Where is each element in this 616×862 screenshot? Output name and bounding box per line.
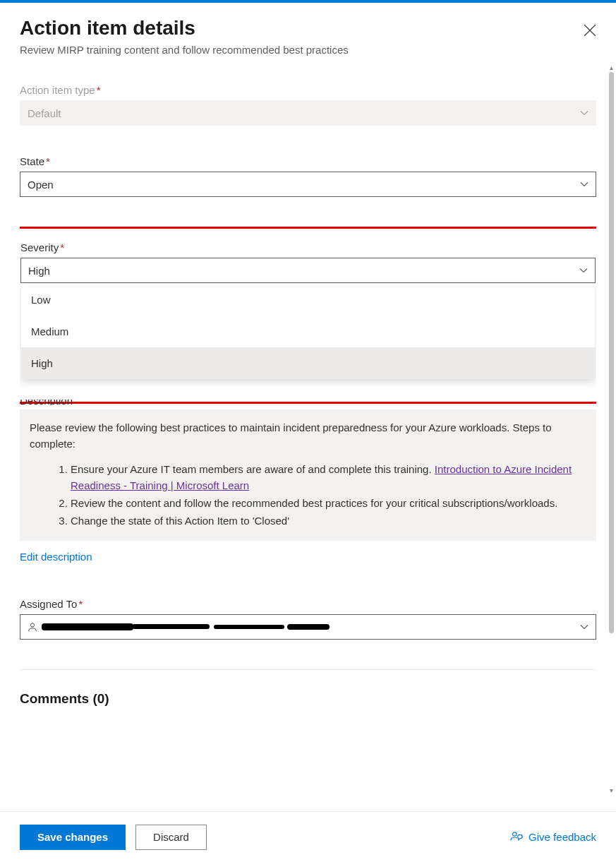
action-item-type-dropdown: Default [20,100,596,126]
svg-point-3 [513,832,517,835]
assigned-to-redacted-value [42,623,330,630]
edit-description-link[interactable]: Edit description [20,551,92,563]
chevron-down-icon [579,266,588,275]
severity-options-list: Low Medium High [21,284,595,379]
person-icon [28,622,37,632]
action-item-type-label: Action item type* [20,84,596,96]
page-subtitle: Review MIRP training content and follow … [20,44,596,56]
state-label: State* [20,155,596,167]
severity-option-high[interactable]: High [21,347,595,379]
close-icon [584,24,596,37]
chevron-down-icon [580,109,588,117]
scrollbar[interactable]: ▴ ▾ [606,3,616,862]
description-content: Please review the following best practic… [20,409,596,541]
close-button[interactable] [584,24,596,37]
page-title: Action item details [20,17,195,40]
description-label-partial: Description [20,400,596,405]
severity-option-low[interactable]: Low [21,284,595,316]
description-step-3: Change the state of this Action Item to … [71,513,586,529]
content-area: Action item details Review MIRP training… [0,3,616,862]
description-step-2: Review the content and follow the recomm… [71,495,586,511]
action-item-type-value: Default [28,107,61,119]
svg-point-2 [30,623,34,626]
severity-dropdown[interactable]: High Low Medium High [20,258,596,283]
save-changes-button[interactable]: Save changes [20,825,126,850]
assigned-to-dropdown[interactable] [20,614,596,640]
state-value: Open [28,179,54,191]
scrollbar-thumb[interactable] [609,72,614,633]
comments-heading: Comments (0) [20,691,596,707]
give-feedback-link[interactable]: Give feedback [510,831,596,844]
severity-value: High [28,265,50,277]
discard-button[interactable]: Discard [135,825,207,850]
scrollbar-arrow-up-icon[interactable]: ▴ [608,64,615,71]
severity-label: Severity* [20,241,596,253]
severity-option-medium[interactable]: Medium [21,316,595,347]
severity-highlight-region: Severity* High Low Medium High [20,227,596,404]
feedback-icon [510,831,523,844]
state-dropdown[interactable]: Open [20,172,596,197]
chevron-down-icon [580,180,588,188]
chevron-down-icon [580,623,588,631]
scrollbar-arrow-down-icon[interactable]: ▾ [608,786,615,794]
description-intro: Please review the following best practic… [30,419,586,453]
description-step-1: Ensure your Azure IT team members are aw… [71,461,586,494]
footer-bar: Save changes Discard Give feedback [0,811,616,862]
section-divider [20,669,596,670]
assigned-to-label: Assigned To* [20,598,596,610]
